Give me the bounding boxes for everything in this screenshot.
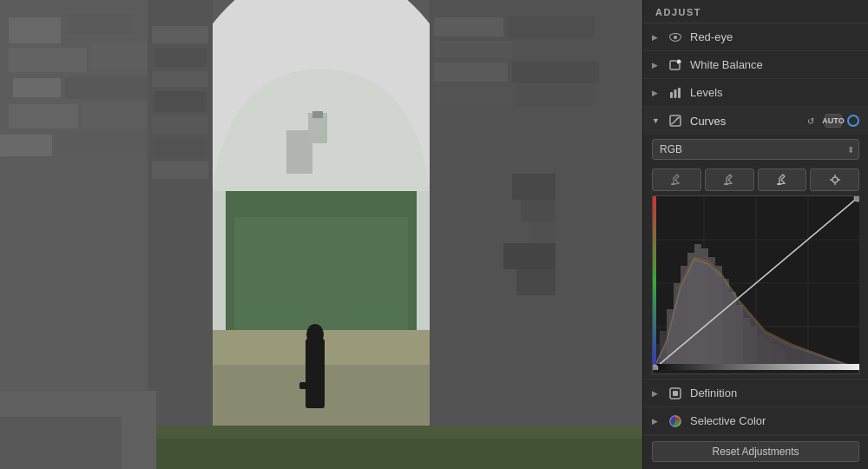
svg-rect-24 — [152, 26, 208, 43]
svg-point-68 — [832, 177, 838, 182]
curves-tool-dropper-shadow[interactable] — [652, 168, 701, 191]
reset-adjustments-row: Reset Adjustments — [643, 435, 868, 467]
svg-rect-27 — [155, 91, 207, 112]
curves-label: Curves — [690, 115, 802, 128]
svg-rect-4 — [9, 17, 61, 43]
channel-select[interactable]: RGB Red Green Blue Luminance — [652, 139, 859, 160]
svg-rect-61 — [671, 183, 675, 185]
svg-rect-5 — [65, 13, 135, 35]
chevron-down-icon: ▼ — [652, 116, 662, 125]
white-balance-label: White Balance — [690, 58, 859, 71]
curves-target-button[interactable] — [847, 115, 859, 127]
chevron-right-icon: ▶ — [652, 61, 662, 69]
svg-rect-63 — [777, 183, 781, 185]
svg-rect-47 — [299, 382, 310, 389]
sidebar-item-curves[interactable]: ▼ Curves ↺ AUTO — [643, 107, 868, 135]
svg-rect-58 — [674, 89, 677, 98]
curves-reset-icon[interactable]: ↺ — [802, 114, 819, 128]
svg-rect-25 — [155, 48, 207, 67]
svg-rect-8 — [13, 78, 61, 97]
svg-rect-26 — [152, 71, 208, 87]
svg-rect-59 — [678, 88, 681, 98]
svg-rect-42 — [529, 221, 556, 243]
panel-items: ▶ Red-eye ▶ White Balance ▶ — [643, 23, 868, 469]
curves-graph[interactable] — [652, 195, 859, 374]
sidebar-item-selective-color[interactable]: ▶ Selective Color — [643, 407, 868, 435]
channel-select-wrapper: RGB Red Green Blue Luminance — [652, 139, 859, 160]
reset-adjustments-button[interactable]: Reset Adjustments — [652, 441, 859, 462]
svg-rect-35 — [516, 39, 595, 60]
chevron-right-icon: ▶ — [652, 89, 662, 97]
svg-rect-107 — [653, 196, 656, 370]
selective-color-icon — [667, 413, 683, 429]
eye-icon — [667, 30, 683, 45]
svg-rect-53 — [312, 111, 323, 118]
svg-point-46 — [306, 324, 324, 345]
svg-rect-44 — [516, 269, 556, 295]
curves-tool-dropper-mid[interactable] — [705, 168, 754, 191]
svg-rect-7 — [91, 43, 152, 69]
chevron-right-icon: ▶ — [652, 33, 662, 42]
selective-color-label: Selective Color — [690, 414, 859, 427]
svg-rect-37 — [512, 61, 599, 83]
curves-tool-dropper-highlight[interactable] — [758, 168, 807, 191]
svg-rect-36 — [434, 63, 508, 82]
definition-icon — [667, 386, 683, 401]
svg-rect-29 — [155, 138, 207, 157]
svg-rect-39 — [516, 85, 595, 106]
svg-rect-23 — [148, 0, 213, 469]
panel-title: ADJUST — [643, 0, 868, 23]
svg-rect-43 — [503, 243, 556, 269]
svg-rect-108 — [656, 364, 859, 370]
sidebar-item-white-balance[interactable]: ▶ White Balance — [643, 51, 868, 79]
svg-point-56 — [677, 59, 681, 63]
svg-rect-34 — [434, 41, 512, 58]
svg-rect-6 — [9, 48, 87, 72]
svg-rect-41 — [521, 200, 556, 221]
svg-rect-51 — [0, 417, 122, 469]
svg-rect-38 — [434, 87, 512, 104]
svg-rect-28 — [152, 116, 208, 134]
curves-auto-button[interactable]: AUTO — [825, 114, 842, 128]
svg-rect-30 — [152, 162, 208, 179]
curves-channel-row: RGB Red Green Blue Luminance — [643, 135, 868, 164]
sidebar-item-definition[interactable]: ▶ Definition — [643, 380, 868, 407]
chevron-right-icon: ▶ — [652, 417, 662, 426]
curves-icon — [667, 113, 683, 129]
levels-label: Levels — [690, 86, 859, 99]
svg-rect-33 — [508, 16, 595, 38]
chevron-right-icon: ▶ — [652, 389, 662, 398]
svg-rect-112 — [673, 391, 678, 396]
levels-icon — [667, 85, 683, 101]
photo-canvas — [0, 0, 642, 469]
curves-controls: ↺ AUTO — [802, 114, 859, 128]
svg-rect-57 — [670, 92, 673, 98]
curves-section: ▼ Curves ↺ AUTO RGB — [643, 107, 868, 380]
svg-point-109 — [653, 365, 658, 370]
svg-rect-45 — [306, 339, 325, 408]
adjust-panel: ADJUST ▶ Red-eye ▶ White Balance — [642, 0, 868, 469]
curves-tool-target[interactable] — [810, 168, 859, 191]
svg-rect-9 — [65, 76, 152, 99]
sidebar-item-red-eye[interactable]: ▶ Red-eye — [643, 23, 868, 51]
svg-rect-32 — [434, 17, 503, 36]
red-eye-label: Red-eye — [690, 30, 859, 43]
wb-icon — [667, 57, 683, 73]
svg-rect-40 — [512, 174, 556, 200]
svg-rect-12 — [0, 135, 52, 156]
curves-tools-row — [643, 164, 868, 195]
definition-label: Definition — [690, 386, 859, 400]
svg-point-110 — [854, 196, 859, 201]
sidebar-item-levels[interactable]: ▶ Levels — [643, 79, 868, 107]
svg-rect-62 — [724, 183, 728, 185]
svg-rect-13 — [56, 130, 161, 156]
svg-rect-10 — [9, 104, 78, 129]
